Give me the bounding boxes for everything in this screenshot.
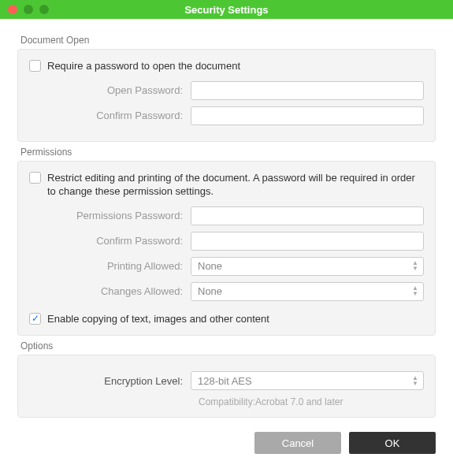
open-password-input[interactable] [191,81,424,100]
enable-copy-label: Enable copying of text, images and other… [47,312,269,326]
changes-allowed-label: Changes Allowed: [29,285,191,297]
window-title: Security Settings [0,4,453,16]
ok-button[interactable]: OK [349,432,436,454]
permissions-password-input[interactable] [191,206,424,225]
permissions-confirm-password-label: Confirm Password: [29,235,191,247]
open-confirm-password-input[interactable] [191,106,424,125]
chevron-up-down-icon: ▲▼ [412,372,418,389]
require-password-checkbox[interactable] [29,60,41,72]
printing-allowed-value: None [198,260,222,272]
restrict-label: Restrict editing and printing of the doc… [47,171,424,199]
document-open-panel: Require a password to open the document … [17,49,436,142]
enable-copy-checkbox[interactable] [29,313,41,325]
permissions-label: Permissions [20,147,436,158]
changes-allowed-select[interactable]: None ▲▼ [191,282,424,301]
permissions-password-label: Permissions Password: [29,210,191,221]
encryption-level-label: Encryption Level: [29,375,191,387]
require-password-label: Require a password to open the document [47,59,240,73]
chevron-up-down-icon: ▲▼ [412,258,418,275]
printing-allowed-select[interactable]: None ▲▼ [191,257,424,276]
printing-allowed-label: Printing Allowed: [29,260,191,272]
permissions-confirm-password-input[interactable] [191,232,424,251]
chevron-up-down-icon: ▲▼ [412,283,418,300]
options-label: Options [20,340,436,351]
document-open-label: Document Open [20,35,436,46]
cancel-button[interactable]: Cancel [254,432,341,454]
open-confirm-password-label: Confirm Password: [29,110,191,121]
changes-allowed-value: None [198,285,222,297]
encryption-level-value: 128-bit AES [198,375,252,387]
dialog-buttons: Cancel OK [0,418,453,468]
options-panel: Encryption Level: 128-bit AES ▲▼ Compati… [17,355,436,418]
encryption-level-select[interactable]: 128-bit AES ▲▼ [191,371,424,390]
compatibility-note: Compatibility:Acrobat 7.0 and later [199,396,424,407]
open-password-label: Open Password: [29,84,191,96]
titlebar: Security Settings [0,0,453,19]
restrict-checkbox[interactable] [29,172,41,184]
permissions-panel: Restrict editing and printing of the doc… [17,161,436,337]
